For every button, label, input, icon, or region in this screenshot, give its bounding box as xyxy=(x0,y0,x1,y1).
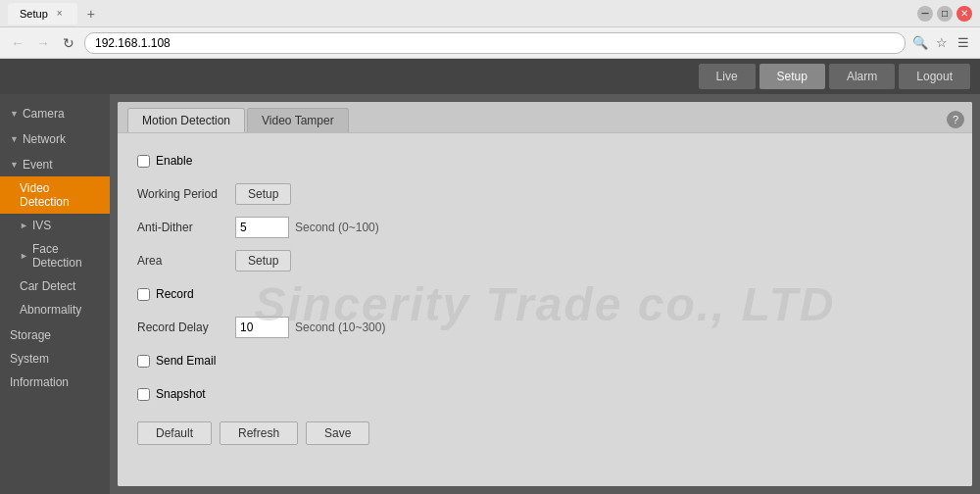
tab-header: Motion Detection Video Tamper ? xyxy=(118,102,972,133)
send-email-checkbox[interactable] xyxy=(137,355,150,368)
alarm-button[interactable]: Alarm xyxy=(829,64,895,89)
sidebar-group-network-label: Network xyxy=(23,132,66,146)
record-delay-hint: Second (10~300) xyxy=(295,321,385,334)
anti-dither-label: Anti-Dither xyxy=(137,221,235,234)
sidebar-item-system[interactable]: System xyxy=(0,347,110,370)
working-period-label: Working Period xyxy=(137,187,235,201)
record-label: Record xyxy=(156,287,194,301)
back-button[interactable]: ← xyxy=(8,33,27,53)
chevron-right-icon: ► xyxy=(20,221,28,230)
tab-motion-detection-label: Motion Detection xyxy=(142,114,230,127)
anti-dither-hint: Second (0~100) xyxy=(295,221,379,234)
tab-video-tamper-label: Video Tamper xyxy=(262,114,334,127)
sidebar-group-network: ▼ Network xyxy=(0,127,110,151)
browser-tab-close[interactable]: × xyxy=(54,8,66,20)
area-row: Area Setup xyxy=(137,249,953,272)
content-area: Motion Detection Video Tamper ? Sincerit… xyxy=(118,102,972,486)
chevron-down-icon: ▼ xyxy=(10,109,19,119)
snapshot-checkbox[interactable] xyxy=(137,388,150,401)
browser-tab[interactable]: Setup × xyxy=(8,3,77,25)
snapshot-label: Snapshot xyxy=(156,387,206,401)
reload-button[interactable]: ↻ xyxy=(59,33,78,53)
sidebar-item-ivs[interactable]: ► IVS xyxy=(0,214,110,237)
working-period-setup-button[interactable]: Setup xyxy=(235,183,291,205)
sidebar-item-abnormality[interactable]: Abnormality xyxy=(0,298,110,321)
setup-button[interactable]: Setup xyxy=(760,64,825,89)
sidebar-group-event-title[interactable]: ▼ Event xyxy=(0,153,110,176)
sidebar-group-camera: ▼ Camera xyxy=(0,102,110,125)
window-controls: ─ □ ✕ xyxy=(917,6,972,22)
new-tab-button[interactable]: + xyxy=(81,4,101,24)
sidebar-group-network-title[interactable]: ▼ Network xyxy=(0,127,110,151)
enable-label: Enable xyxy=(156,154,192,168)
search-icon[interactable]: 🔍 xyxy=(911,34,929,52)
tab-bar: Setup × + xyxy=(8,3,101,25)
tab-motion-detection[interactable]: Motion Detection xyxy=(127,108,245,132)
sidebar-group-event-label: Event xyxy=(23,158,53,172)
app-container: Live Setup Alarm Logout ▼ Camera ▼ Netwo… xyxy=(0,59,980,494)
maximize-button[interactable]: □ xyxy=(937,6,953,22)
sidebar-item-video-detection[interactable]: Video Detection xyxy=(0,176,110,214)
form-content: Sincerity Trade co., LTD Enable Working … xyxy=(118,133,972,486)
main-layout: ▼ Camera ▼ Network ▼ Event Video Detecti… xyxy=(0,94,980,494)
area-setup-button[interactable]: Setup xyxy=(235,250,291,272)
sidebar-item-information[interactable]: Information xyxy=(0,370,110,394)
logout-button[interactable]: Logout xyxy=(899,64,970,89)
sidebar-item-face-detection-label: Face Detection xyxy=(32,242,100,270)
send-email-label: Send Email xyxy=(156,354,216,368)
toolbar-icons: 🔍 ☆ ☰ xyxy=(911,34,972,52)
sidebar-item-face-detection[interactable]: ► Face Detection xyxy=(0,237,110,274)
record-delay-row: Record Delay Second (10~300) xyxy=(137,316,953,339)
help-icon[interactable]: ? xyxy=(947,111,964,128)
chevron-right-icon-2: ► xyxy=(20,251,28,261)
top-nav: Live Setup Alarm Logout xyxy=(0,59,980,94)
sidebar-item-ivs-label: IVS xyxy=(32,219,51,232)
forward-button[interactable]: → xyxy=(33,33,53,53)
refresh-button[interactable]: Refresh xyxy=(220,421,298,445)
sidebar: ▼ Camera ▼ Network ▼ Event Video Detecti… xyxy=(0,94,110,494)
browser-titlebar: Setup × + ─ □ ✕ xyxy=(0,0,980,27)
anti-dither-row: Anti-Dither Second (0~100) xyxy=(137,216,953,239)
enable-checkbox[interactable] xyxy=(137,155,150,168)
tab-video-tamper[interactable]: Video Tamper xyxy=(247,108,349,132)
sidebar-item-system-label: System xyxy=(10,352,49,366)
live-button[interactable]: Live xyxy=(699,64,756,89)
record-row: Record xyxy=(137,282,953,306)
sidebar-group-camera-label: Camera xyxy=(23,107,65,121)
snapshot-row: Snapshot xyxy=(137,382,953,406)
chevron-down-icon-2: ▼ xyxy=(10,134,19,144)
minimize-button[interactable]: ─ xyxy=(917,6,933,22)
star-icon[interactable]: ☆ xyxy=(933,34,951,52)
menu-icon[interactable]: ☰ xyxy=(955,34,972,52)
browser-tab-label: Setup xyxy=(20,8,48,20)
working-period-row: Working Period Setup xyxy=(137,182,953,206)
record-checkbox[interactable] xyxy=(137,288,150,301)
sidebar-item-car-detect-label: Car Detect xyxy=(20,279,75,293)
save-button[interactable]: Save xyxy=(306,421,369,445)
close-button[interactable]: ✕ xyxy=(956,6,972,22)
action-buttons: Default Refresh Save xyxy=(137,421,953,445)
address-input[interactable] xyxy=(84,32,906,54)
sidebar-item-storage-label: Storage xyxy=(10,328,51,342)
area-label: Area xyxy=(137,254,235,268)
sidebar-item-storage[interactable]: Storage xyxy=(0,323,110,347)
default-button[interactable]: Default xyxy=(137,421,212,445)
sidebar-item-car-detect[interactable]: Car Detect xyxy=(0,274,110,298)
send-email-row: Send Email xyxy=(137,349,953,372)
sidebar-item-abnormality-label: Abnormality xyxy=(20,303,81,317)
sidebar-item-information-label: Information xyxy=(10,375,69,389)
address-bar: ← → ↻ 🔍 ☆ ☰ xyxy=(0,27,980,59)
chevron-down-icon-3: ▼ xyxy=(10,160,19,170)
enable-row: Enable xyxy=(137,149,953,173)
sidebar-group-camera-title[interactable]: ▼ Camera xyxy=(0,102,110,125)
sidebar-group-event: ▼ Event Video Detection ► IVS ► Face Det… xyxy=(0,153,110,321)
sidebar-item-video-detection-label: Video Detection xyxy=(20,181,100,209)
anti-dither-input[interactable] xyxy=(235,217,289,238)
record-delay-input[interactable] xyxy=(235,317,289,338)
record-delay-label: Record Delay xyxy=(137,321,235,334)
